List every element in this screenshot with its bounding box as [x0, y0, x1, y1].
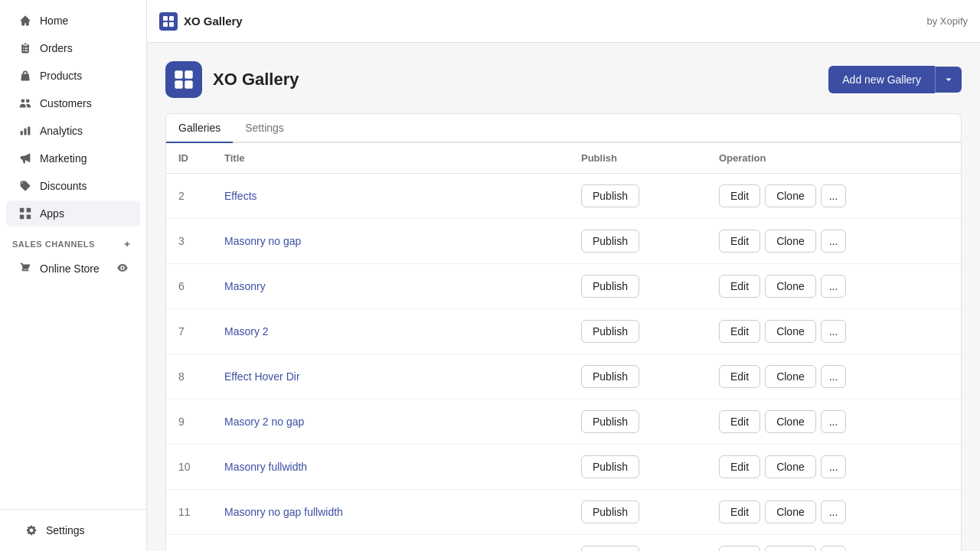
edit-button[interactable]: Edit — [719, 365, 760, 388]
publish-button[interactable]: Publish — [581, 410, 639, 433]
row-title-link[interactable]: Effect Hover Dir — [224, 370, 300, 383]
row-operations: Edit Clone ... — [719, 275, 949, 298]
edit-button[interactable]: Edit — [719, 275, 760, 298]
sidebar-item-analytics[interactable]: Analytics — [6, 118, 140, 144]
clone-button[interactable]: Clone — [765, 320, 816, 343]
page-header: XO Gallery Add new Gallery — [165, 61, 962, 98]
svg-rect-11 — [185, 80, 192, 88]
more-button[interactable]: ... — [821, 275, 847, 298]
sidebar-item-label-orders: Orders — [40, 42, 73, 54]
sidebar-item-customers[interactable]: Customers — [6, 90, 140, 116]
row-title: Masonry no gap fullwidth — [224, 506, 581, 518]
page-header-icon — [165, 61, 202, 98]
row-title: Effects — [224, 190, 581, 202]
sidebar-item-discounts[interactable]: Discounts — [6, 173, 140, 199]
row-title-link[interactable]: Masonry no gap fullwidth — [224, 506, 343, 518]
more-button[interactable]: ... — [821, 365, 847, 388]
sidebar-item-label-apps: Apps — [40, 207, 64, 220]
clone-button[interactable]: Clone — [765, 275, 816, 298]
svg-rect-5 — [169, 16, 174, 21]
page-title: XO Gallery — [213, 70, 299, 90]
sidebar-item-label-marketing: Marketing — [40, 152, 87, 165]
svg-rect-9 — [185, 70, 192, 78]
publish-button[interactable]: Publish — [581, 275, 639, 298]
row-title-link[interactable]: Masonry fullwidth — [224, 461, 307, 473]
sidebar-item-products[interactable]: Products — [6, 63, 140, 89]
store-icon — [18, 262, 32, 276]
publish-button[interactable]: Publish — [581, 365, 639, 388]
row-id: 3 — [178, 235, 224, 247]
row-publish-cell: Publish — [581, 455, 719, 478]
more-button[interactable]: ... — [821, 455, 847, 478]
sidebar-item-home[interactable]: Home — [6, 8, 140, 34]
more-button[interactable]: ... — [821, 184, 847, 207]
more-button[interactable]: ... — [821, 546, 847, 551]
page-body: XO Gallery Add new Gallery GalleriesSett… — [147, 43, 980, 551]
row-id: 6 — [178, 280, 224, 292]
publish-button[interactable]: Publish — [581, 455, 639, 478]
sidebar-item-apps[interactable]: Apps — [6, 201, 140, 227]
row-title-link[interactable]: Masonry — [224, 280, 266, 292]
sidebar-item-settings[interactable]: Settings — [12, 517, 134, 543]
edit-button[interactable]: Edit — [719, 184, 760, 207]
row-title-link[interactable]: Effects — [224, 190, 257, 202]
edit-button[interactable]: Edit — [719, 455, 760, 478]
edit-button[interactable]: Edit — [719, 500, 760, 523]
more-button[interactable]: ... — [821, 410, 847, 433]
topbar-by-label: by Xopify — [927, 15, 968, 27]
sidebar-item-online-store[interactable]: Online Store — [6, 256, 140, 282]
sidebar-settings-label: Settings — [46, 524, 85, 536]
publish-button[interactable]: Publish — [581, 500, 639, 523]
clone-button[interactable]: Clone — [765, 410, 816, 433]
edit-button[interactable]: Edit — [719, 546, 760, 551]
svg-rect-10 — [175, 80, 182, 88]
sidebar-item-marketing[interactable]: Marketing — [6, 145, 140, 171]
row-operations: Edit Clone ... — [719, 546, 949, 551]
table-header: ID Title Publish Operation — [166, 143, 961, 174]
table-row: 11 Masonry no gap fullwidth Publish Edit… — [166, 490, 961, 535]
edit-button[interactable]: Edit — [719, 230, 760, 253]
tabs: GalleriesSettings — [166, 114, 961, 143]
topbar: XO Gallery by Xopify — [147, 0, 980, 43]
row-publish-cell: Publish — [581, 320, 719, 343]
row-id: 2 — [178, 190, 224, 202]
topbar-app-name: XO Gallery — [184, 15, 243, 28]
row-id: 9 — [178, 416, 224, 428]
publish-button[interactable]: Publish — [581, 184, 639, 207]
clone-button[interactable]: Clone — [765, 455, 816, 478]
row-title-link[interactable]: Masory 2 — [224, 325, 269, 337]
clone-button[interactable]: Clone — [765, 500, 816, 523]
add-gallery-dropdown-button[interactable] — [935, 67, 962, 93]
sidebar-item-orders[interactable]: Orders — [6, 35, 140, 61]
publish-button[interactable]: Publish — [581, 320, 639, 343]
add-gallery-button[interactable]: Add new Gallery — [828, 66, 935, 93]
gallery-card: GalleriesSettings ID Title Publish Opera… — [165, 113, 962, 551]
sales-channels-header: Sales Channels — [0, 228, 146, 254]
edit-button[interactable]: Edit — [719, 410, 760, 433]
edit-button[interactable]: Edit — [719, 320, 760, 343]
online-store-eye-icon — [117, 262, 128, 276]
row-publish-cell: Publish — [581, 546, 719, 551]
more-button[interactable]: ... — [821, 500, 847, 523]
clone-button[interactable]: Clone — [765, 184, 816, 207]
add-sales-channel-button[interactable] — [120, 237, 134, 251]
row-title-link[interactable]: Masonry no gap — [224, 235, 301, 247]
tab-galleries[interactable]: Galleries — [166, 114, 233, 143]
svg-rect-3 — [27, 215, 31, 220]
publish-button[interactable]: Publish — [581, 546, 639, 551]
svg-rect-2 — [20, 215, 24, 220]
clone-button[interactable]: Clone — [765, 230, 816, 253]
tab-settings[interactable]: Settings — [233, 114, 296, 143]
table-body: 2 Effects Publish Edit Clone ... 3 Mason… — [166, 174, 961, 551]
svg-rect-7 — [169, 22, 174, 27]
more-button[interactable]: ... — [821, 320, 847, 343]
row-title-link[interactable]: Masory 2 no gap — [224, 416, 304, 428]
clone-button[interactable]: Clone — [765, 365, 816, 388]
row-operations: Edit Clone ... — [719, 230, 949, 253]
products-icon — [18, 69, 32, 83]
table-row: 8 Effect Hover Dir Publish Edit Clone ..… — [166, 354, 961, 399]
clone-button[interactable]: Clone — [765, 546, 816, 551]
more-button[interactable]: ... — [821, 230, 847, 253]
row-publish-cell: Publish — [581, 275, 719, 298]
publish-button[interactable]: Publish — [581, 230, 639, 253]
